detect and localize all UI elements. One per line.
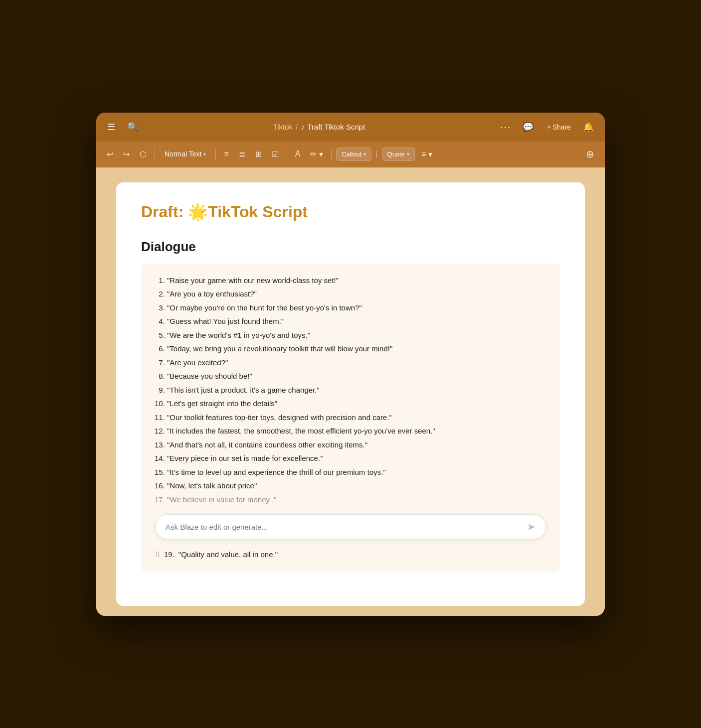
list-item: "Or maybe you're on the hunt for the bes… — [167, 301, 546, 315]
list-item: "We believe in value for money ." — [167, 493, 546, 507]
document-title: Draft: 🌟TikTok Script — [141, 202, 560, 221]
ai-input-field[interactable] — [166, 523, 527, 531]
callout-label: Callout — [342, 150, 361, 158]
list-item: "Now, let's talk about price" — [167, 479, 546, 493]
quote-label: Quote — [387, 150, 405, 158]
toolbar-divider-3 — [287, 148, 287, 160]
drag-handle-icon[interactable]: ⠿ — [155, 551, 160, 559]
callout-dropdown[interactable]: Callout ▾ — [336, 147, 371, 161]
section-heading-dialogue: Dialogue — [141, 239, 560, 255]
menu-button[interactable]: ☰ — [104, 120, 118, 135]
breadcrumb-current: ♪ Traft Tiktok Script — [301, 123, 365, 132]
notification-button[interactable]: 🔔 — [580, 120, 597, 135]
document-card: Draft: 🌟TikTok Script Dialogue "Raise yo… — [116, 182, 585, 606]
toolbar-divider-2 — [215, 148, 216, 160]
text-style-dropdown[interactable]: Normal Text ▾ — [160, 147, 211, 160]
redo-button[interactable]: ↪ — [120, 147, 133, 161]
font-color-button[interactable]: A — [292, 147, 304, 161]
more-options-button[interactable]: ··· — [497, 120, 515, 134]
list-item: "Are you a toy enthusiast?" — [167, 287, 546, 301]
list-item: "Our toolkit features top-tier toys, des… — [167, 411, 546, 425]
list-item: "Because you should be!" — [167, 369, 546, 383]
breadcrumb-parent: Tiktok — [273, 123, 293, 131]
ai-send-button[interactable]: ➤ — [527, 521, 535, 533]
toolbar-divider — [155, 148, 155, 160]
top-bar: ☰ 🔍 Tiktok / ♪ Traft Tiktok Script ··· 💬… — [96, 113, 605, 142]
dialogue-list: "Raise your game with our new world-clas… — [155, 274, 546, 507]
top-bar-right: ··· 💬 ＋ Share 🔔 — [497, 120, 597, 135]
content-area: Draft: 🌟TikTok Script Dialogue "Raise yo… — [96, 167, 605, 616]
list-item: "Are you excited?" — [167, 356, 546, 370]
toolbar-divider-4 — [331, 148, 332, 160]
top-bar-center: Tiktok / ♪ Traft Tiktok Script — [146, 123, 492, 132]
erase-button[interactable]: ⬡ — [136, 147, 150, 161]
undo-button[interactable]: ↩ — [103, 147, 117, 161]
ai-input-bar: ➤ — [155, 514, 546, 539]
list-item: "It's time to level up and experience th… — [167, 465, 546, 479]
list-item: "It includes the fastest, the smoothest,… — [167, 424, 546, 438]
comment-button[interactable]: 💬 — [520, 120, 536, 135]
numbered-list-button[interactable]: ≣ — [235, 147, 249, 161]
bullet-list-button[interactable]: ≡ — [220, 147, 232, 161]
share-icon: ＋ — [545, 123, 552, 132]
list-item: "Guess what! You just found them." — [167, 314, 546, 328]
share-button[interactable]: ＋ Share — [541, 121, 575, 134]
text-style-label: Normal Text — [165, 150, 201, 158]
quote-dropdown[interactable]: Quote ▾ — [382, 147, 415, 161]
tiktok-logo-icon: ♪ — [301, 123, 305, 132]
list-item: "We are the world's #1 in yo-yo's and to… — [167, 328, 546, 342]
list-item-19: ⠿ 19. "Quality and value, all in one." — [155, 547, 546, 562]
list-item-19-text: "Quality and value, all in one." — [178, 550, 278, 559]
chevron-down-icon: ▾ — [203, 151, 206, 157]
toolbar: ↩ ↪ ⬡ Normal Text ▾ ≡ ≣ ⊞ ☑ A ✏ ▾ Callou… — [96, 142, 605, 167]
list-item-19-number: 19. — [164, 550, 175, 559]
insert-button[interactable]: ⊕ — [582, 146, 598, 162]
breadcrumb-separator: / — [296, 123, 298, 131]
callout-chevron-icon: ▾ — [363, 151, 366, 157]
list-item: "And that's not all, it contains countle… — [167, 438, 546, 452]
app-window: ☰ 🔍 Tiktok / ♪ Traft Tiktok Script ··· 💬… — [96, 113, 605, 616]
dialogue-list-container: "Raise your game with our new world-clas… — [141, 264, 560, 572]
list-item: "Every piece in our set is made for exce… — [167, 451, 546, 465]
list-item: "Today, we bring you a revolutionary too… — [167, 342, 546, 356]
highlight-button[interactable]: ✏ ▾ — [307, 147, 326, 161]
list-item: "Let's get straight into the details" — [167, 397, 546, 411]
page-title: Traft Tiktok Script — [307, 123, 365, 131]
search-button[interactable]: 🔍 — [124, 120, 141, 135]
top-bar-left: ☰ 🔍 — [104, 120, 141, 135]
font-color-icon: A — [295, 149, 301, 158]
align-dropdown[interactable]: ≡ ▾ — [418, 147, 436, 161]
checklist-button[interactable]: ☑ — [268, 147, 282, 161]
table-button[interactable]: ⊞ — [252, 147, 265, 161]
quote-chevron-icon: ▾ — [407, 151, 409, 157]
list-item: "This isn't just a product, it's a game … — [167, 383, 546, 397]
list-item: "Raise your game with our new world-clas… — [167, 274, 546, 288]
